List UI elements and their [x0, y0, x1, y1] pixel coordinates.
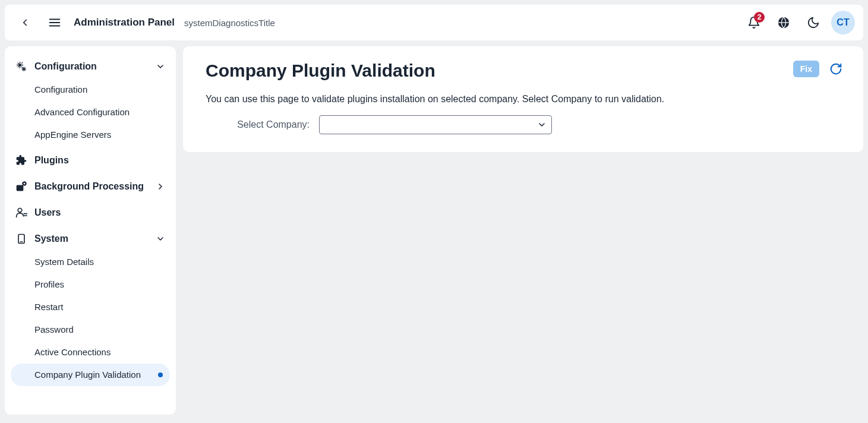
chevron-down-icon: [537, 120, 547, 130]
sidebar-sub-advanced-configuration[interactable]: Advanced Configuration: [11, 101, 170, 124]
hamburger-icon: [48, 16, 61, 29]
sidebar-sub-appengine-servers[interactable]: AppEngine Servers: [11, 124, 170, 146]
device-icon: [15, 233, 27, 245]
select-company-dropdown[interactable]: [319, 115, 552, 134]
chevron-right-icon: [156, 182, 165, 191]
sidebar-label: System: [34, 233, 68, 244]
content-card: Fix Company Plugin Validation You can us…: [183, 46, 863, 152]
avatar-initials: CT: [837, 17, 849, 28]
language-button[interactable]: [772, 11, 796, 34]
sidebar-sub-active-connections[interactable]: Active Connections: [11, 341, 170, 364]
sidebar-label: Background Processing: [34, 181, 144, 192]
chevron-down-icon: [156, 62, 165, 71]
sidebar-label: Users: [34, 207, 61, 218]
gears-icon: [15, 61, 27, 72]
sidebar-sub-password[interactable]: Password: [11, 318, 170, 341]
sidebar-sub-profiles[interactable]: Profiles: [11, 273, 170, 296]
sidebar-label: Configuration: [34, 61, 97, 72]
back-button[interactable]: [13, 11, 37, 34]
sidebar-sub-company-plugin-validation[interactable]: Company Plugin Validation: [11, 364, 170, 386]
puzzle-icon: [15, 154, 27, 166]
refresh-button[interactable]: [826, 59, 845, 78]
user-icon: [15, 207, 27, 219]
processing-icon: [15, 181, 27, 192]
sidebar-item-system[interactable]: System: [11, 227, 170, 251]
sidebar-sub-system-details[interactable]: System Details: [11, 251, 170, 273]
sidebar-item-users[interactable]: Users: [11, 201, 170, 225]
sidebar-item-configuration[interactable]: Configuration: [11, 55, 170, 78]
select-company-label: Select Company:: [206, 119, 310, 130]
fix-button[interactable]: Fix: [793, 61, 819, 77]
page-subtitle: systemDiagnosticsTitle: [184, 18, 275, 28]
chevron-down-icon: [156, 234, 165, 244]
notifications-button[interactable]: 2: [742, 11, 766, 34]
active-indicator-dot: [158, 373, 163, 377]
svg-point-8: [18, 209, 22, 213]
menu-button[interactable]: [43, 11, 67, 34]
sidebar-item-background-processing[interactable]: Background Processing: [11, 175, 170, 198]
app-title: Administration Panel: [74, 17, 175, 29]
sidebar-sub-configuration[interactable]: Configuration: [11, 78, 170, 101]
chevron-left-icon: [20, 17, 30, 28]
sidebar-label: Plugins: [34, 155, 69, 166]
moon-icon: [807, 16, 820, 29]
notifications-badge: 2: [754, 12, 765, 23]
sidebar-item-plugins[interactable]: Plugins: [11, 149, 170, 172]
select-company-row: Select Company:: [206, 115, 841, 134]
globe-icon: [777, 16, 790, 29]
page-description: You can use this page to validate plugin…: [206, 94, 841, 105]
topbar: Administration Panel systemDiagnosticsTi…: [5, 5, 863, 40]
user-avatar[interactable]: CT: [831, 11, 855, 34]
main-content: Fix Company Plugin Validation You can us…: [183, 46, 863, 152]
refresh-icon: [829, 62, 842, 75]
sidebar: Configuration Configuration Advanced Con…: [5, 46, 176, 415]
page-title: Company Plugin Validation: [206, 61, 841, 81]
sidebar-sub-label: Company Plugin Validation: [34, 370, 141, 380]
svg-rect-6: [17, 185, 24, 191]
theme-toggle-button[interactable]: [801, 11, 825, 34]
sidebar-sub-restart[interactable]: Restart: [11, 296, 170, 318]
